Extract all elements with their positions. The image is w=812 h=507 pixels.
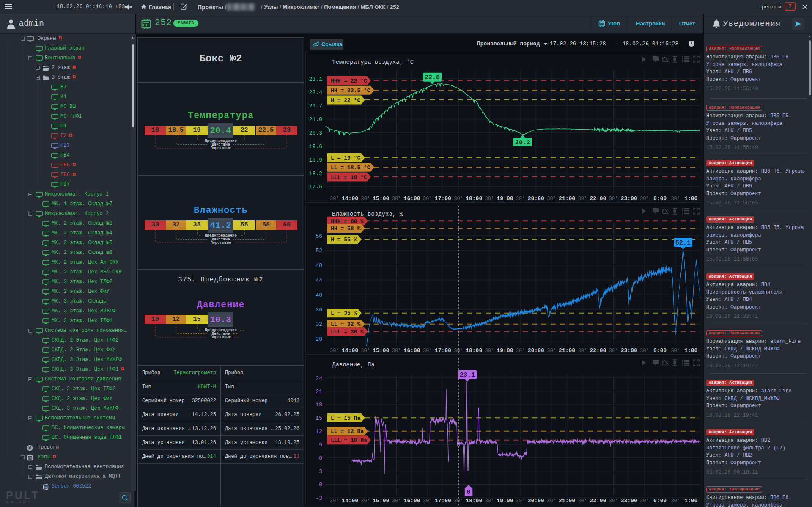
svg-text:12: 12 bbox=[315, 428, 322, 435]
svg-text:24: 24 bbox=[315, 375, 322, 382]
svg-text:22.8: 22.8 bbox=[425, 74, 440, 81]
svg-text:0: 0 bbox=[319, 482, 322, 488]
svg-text:30': 30' bbox=[423, 196, 432, 202]
svg-text:-3: -3 bbox=[315, 495, 322, 501]
svg-text:15: 15 bbox=[315, 415, 322, 422]
svg-text:LLL = 30 %: LLL = 30 % bbox=[331, 329, 364, 335]
svg-text:36: 36 bbox=[315, 307, 322, 313]
svg-text:30': 30' bbox=[516, 196, 525, 202]
svg-text:1:00: 1:00 bbox=[684, 347, 697, 354]
svg-text:30': 30' bbox=[516, 498, 525, 504]
svg-text:15:00: 15:00 bbox=[373, 347, 389, 354]
svg-text:23:00: 23:00 bbox=[621, 498, 637, 504]
svg-text:9: 9 bbox=[319, 442, 322, 448]
svg-text:30': 30' bbox=[330, 196, 339, 202]
svg-text:14:00: 14:00 bbox=[342, 196, 358, 202]
svg-text:23:00: 23:00 bbox=[621, 347, 637, 354]
svg-text:L = 35 %: L = 35 % bbox=[331, 310, 357, 317]
svg-text:30': 30' bbox=[578, 196, 587, 202]
svg-text:H = 55 %: H = 55 % bbox=[331, 237, 357, 243]
svg-text:19:00: 19:00 bbox=[497, 196, 513, 202]
svg-text:18: 18 bbox=[315, 402, 322, 408]
svg-text:30': 30' bbox=[423, 348, 432, 354]
svg-text:30': 30' bbox=[640, 196, 649, 202]
svg-text:HHH = 23 °C: HHH = 23 °C bbox=[331, 78, 367, 84]
svg-text:30': 30' bbox=[392, 498, 401, 504]
svg-text:HHH = 60 %: HHH = 60 % bbox=[331, 218, 364, 225]
svg-text:30': 30' bbox=[392, 348, 401, 354]
svg-text:LL = 32 %: LL = 32 % bbox=[331, 321, 360, 328]
svg-text:30': 30' bbox=[609, 498, 618, 504]
svg-text:30': 30' bbox=[330, 498, 339, 504]
svg-text:6: 6 bbox=[319, 455, 322, 461]
svg-text:17:00: 17:00 bbox=[435, 347, 451, 354]
svg-text:18:00: 18:00 bbox=[466, 196, 482, 202]
svg-text:Давление, Па: Давление, Па bbox=[332, 361, 375, 368]
svg-text:17:00: 17:00 bbox=[435, 498, 451, 504]
svg-text:LLL = 18 °C: LLL = 18 °C bbox=[331, 174, 367, 181]
svg-text:19:00: 19:00 bbox=[497, 347, 513, 354]
svg-text:20.3: 20.3 bbox=[309, 130, 322, 136]
svg-text:30': 30' bbox=[361, 196, 370, 202]
svg-text:20:00: 20:00 bbox=[528, 498, 544, 504]
svg-text:48: 48 bbox=[315, 262, 322, 269]
svg-text:L = 19 °C: L = 19 °C bbox=[331, 155, 360, 161]
svg-text:LL = 12 Па: LL = 12 Па bbox=[331, 428, 364, 435]
svg-text:20.2: 20.2 bbox=[515, 139, 530, 146]
svg-text:0:00: 0:00 bbox=[653, 498, 667, 504]
svg-text:23.1: 23.1 bbox=[460, 372, 475, 379]
svg-text:22:00: 22:00 bbox=[590, 347, 606, 354]
svg-text:HH = 22.5 °C: HH = 22.5 °C bbox=[331, 88, 370, 94]
svg-text:30': 30' bbox=[454, 196, 463, 202]
svg-text:L = 15 Па: L = 15 Па bbox=[331, 415, 360, 422]
svg-text:30': 30' bbox=[671, 498, 680, 504]
svg-text:0:00: 0:00 bbox=[653, 347, 667, 354]
svg-text:18:00: 18:00 bbox=[466, 347, 482, 354]
svg-text:HH = 58 %: HH = 58 % bbox=[331, 226, 360, 232]
svg-text:30': 30' bbox=[485, 498, 494, 504]
svg-text:Влажность воздуха, %: Влажность воздуха, % bbox=[332, 211, 403, 218]
svg-text:20:00: 20:00 bbox=[528, 196, 544, 202]
svg-text:21:00: 21:00 bbox=[559, 498, 575, 504]
svg-text:30': 30' bbox=[640, 348, 649, 354]
svg-text:52: 52 bbox=[315, 248, 322, 254]
svg-text:21.0: 21.0 bbox=[309, 116, 322, 123]
svg-text:0:00: 0:00 bbox=[653, 196, 667, 202]
svg-text:28: 28 bbox=[315, 336, 322, 342]
svg-text:30': 30' bbox=[485, 196, 494, 202]
svg-text:LLL = 10 Па: LLL = 10 Па bbox=[331, 437, 367, 444]
svg-text:23.1: 23.1 bbox=[309, 76, 322, 83]
svg-text:23:00: 23:00 bbox=[621, 196, 637, 202]
svg-text:30': 30' bbox=[361, 348, 370, 354]
svg-text:32: 32 bbox=[315, 321, 322, 328]
svg-text:3: 3 bbox=[319, 468, 322, 475]
svg-text:22:00: 22:00 bbox=[590, 498, 606, 504]
svg-text:16:00: 16:00 bbox=[404, 498, 420, 504]
svg-text:30': 30' bbox=[609, 196, 618, 202]
svg-text:1:00: 1:00 bbox=[684, 196, 697, 202]
svg-text:30': 30' bbox=[578, 498, 587, 504]
svg-text:20:00: 20:00 bbox=[528, 347, 544, 354]
svg-text:30': 30' bbox=[547, 348, 556, 354]
svg-text:14:00: 14:00 bbox=[342, 498, 358, 504]
svg-text:21.7: 21.7 bbox=[309, 103, 322, 109]
svg-text:30': 30' bbox=[392, 196, 401, 202]
svg-text:40: 40 bbox=[315, 292, 322, 298]
svg-text:30': 30' bbox=[671, 196, 680, 202]
svg-text:Температура воздуха, °C: Температура воздуха, °C bbox=[332, 59, 414, 66]
svg-text:19.6: 19.6 bbox=[309, 143, 322, 150]
svg-text:30': 30' bbox=[547, 196, 556, 202]
svg-text:LL = 18.5 °C: LL = 18.5 °C bbox=[331, 165, 370, 171]
svg-text:30': 30' bbox=[330, 348, 339, 354]
svg-text:15:00: 15:00 bbox=[373, 498, 389, 504]
svg-text:1:00: 1:00 bbox=[684, 498, 697, 504]
svg-text:30': 30' bbox=[578, 348, 587, 354]
svg-text:H = 22 °C: H = 22 °C bbox=[331, 97, 360, 104]
svg-text:22:00: 22:00 bbox=[590, 196, 606, 202]
svg-text:18:00: 18:00 bbox=[466, 498, 482, 504]
svg-text:52.1: 52.1 bbox=[675, 240, 691, 247]
svg-text:21:00: 21:00 bbox=[559, 347, 575, 354]
svg-text:30': 30' bbox=[547, 498, 556, 504]
svg-text:21: 21 bbox=[315, 389, 322, 395]
svg-text:30': 30' bbox=[485, 348, 494, 354]
